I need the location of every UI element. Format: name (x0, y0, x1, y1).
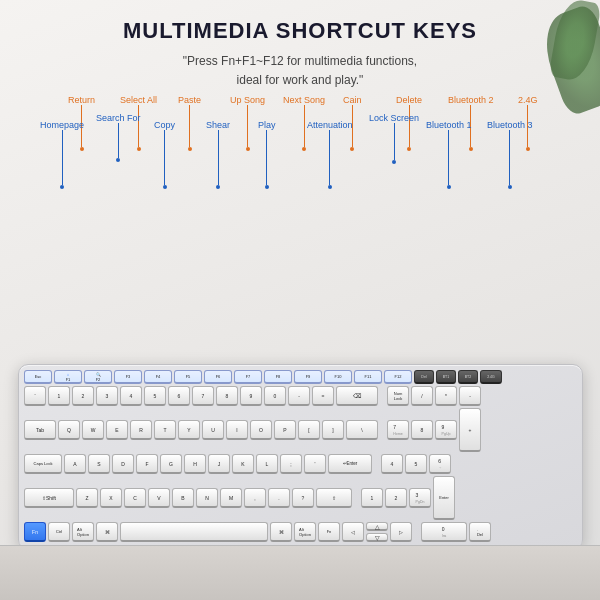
key-i[interactable]: I (226, 420, 248, 440)
key-v[interactable]: V (148, 488, 170, 508)
key-num-slash[interactable]: / (411, 386, 433, 406)
key-f5[interactable]: F5 (174, 370, 202, 384)
key-9[interactable]: 9 (240, 386, 262, 406)
key-8[interactable]: 8 (216, 386, 238, 406)
key-4[interactable]: 4 (120, 386, 142, 406)
key-q[interactable]: Q (58, 420, 80, 440)
key-6[interactable]: 6 (168, 386, 190, 406)
key-o[interactable]: O (250, 420, 272, 440)
key-ctrl[interactable]: Ctrl (48, 522, 70, 542)
key-b[interactable]: B (172, 488, 194, 508)
key-f11[interactable]: F11 (354, 370, 382, 384)
key-num9[interactable]: 9PgUp (435, 420, 457, 440)
key-num6[interactable]: 6→ (429, 454, 451, 474)
key-d[interactable]: D (112, 454, 134, 474)
key-num4[interactable]: 4 (381, 454, 403, 474)
key-0[interactable]: 0 (264, 386, 286, 406)
key-h[interactable]: H (184, 454, 206, 474)
key-semicolon[interactable]: ; (280, 454, 302, 474)
key-r[interactable]: R (130, 420, 152, 440)
key-fn[interactable]: Fn (24, 522, 46, 542)
key-arrow-right[interactable]: ▷ (390, 522, 412, 542)
key-num3[interactable]: 3PgDn (409, 488, 431, 508)
key-space[interactable] (120, 522, 268, 542)
key-num-del[interactable]: .Del (469, 522, 491, 542)
key-enter[interactable]: ↵Enter (328, 454, 372, 474)
key-rbracket[interactable]: ] (322, 420, 344, 440)
key-arrow-left[interactable]: ◁ (342, 522, 364, 542)
key-m[interactable]: M (220, 488, 242, 508)
key-f12[interactable]: F12 (384, 370, 412, 384)
key-e[interactable]: E (106, 420, 128, 440)
key-num-minus[interactable]: - (459, 386, 481, 406)
key-t[interactable]: T (154, 420, 176, 440)
key-num-enter[interactable]: Enter (433, 476, 455, 520)
key-c[interactable]: C (124, 488, 146, 508)
key-n[interactable]: N (196, 488, 218, 508)
key-f4[interactable]: F4 (144, 370, 172, 384)
key-j[interactable]: J (208, 454, 230, 474)
key-f9[interactable]: F9 (294, 370, 322, 384)
key-f6[interactable]: F6 (204, 370, 232, 384)
key-cmd-l[interactable]: ⌘ (96, 522, 118, 542)
key-f8[interactable]: F8 (264, 370, 292, 384)
key-g[interactable]: G (160, 454, 182, 474)
key-rshift[interactable]: ⇧ (316, 488, 352, 508)
key-equals[interactable]: = (312, 386, 334, 406)
key-num-plus[interactable]: + (459, 408, 481, 452)
key-f[interactable]: F (136, 454, 158, 474)
key-bt2[interactable]: BT2 (458, 370, 478, 384)
key-tab[interactable]: Tab (24, 420, 56, 440)
key-arrow-up[interactable]: △ (366, 522, 388, 531)
key-num7[interactable]: 7Home (387, 420, 409, 440)
key-num5[interactable]: 5 (405, 454, 427, 474)
key-del[interactable]: Del (414, 370, 434, 384)
key-f10[interactable]: F10 (324, 370, 352, 384)
key-24g[interactable]: 2.4G (480, 370, 502, 384)
key-a[interactable]: A (64, 454, 86, 474)
key-f7[interactable]: F7 (234, 370, 262, 384)
key-lbracket[interactable]: [ (298, 420, 320, 440)
key-f2[interactable]: 🔍F2 (84, 370, 112, 384)
key-7[interactable]: 7 (192, 386, 214, 406)
key-numlock[interactable]: NumLock (387, 386, 409, 406)
key-num0[interactable]: 0Ins (421, 522, 467, 542)
key-num-star[interactable]: * (435, 386, 457, 406)
key-lshift[interactable]: ⇧Shift (24, 488, 74, 508)
key-f3[interactable]: F3 (114, 370, 142, 384)
key-f1[interactable]: ⌂F1 (54, 370, 82, 384)
key-num8[interactable]: 8 (411, 420, 433, 440)
key-backtick[interactable]: ` (24, 386, 46, 406)
key-alt-r[interactable]: AltOption (294, 522, 316, 542)
key-arrow-down[interactable]: ▽ (366, 533, 388, 542)
key-p[interactable]: P (274, 420, 296, 440)
key-cmd-r[interactable]: ⌘ (270, 522, 292, 542)
key-1[interactable]: 1 (48, 386, 70, 406)
key-num1[interactable]: 1 (361, 488, 383, 508)
key-fn2[interactable]: Fn (318, 522, 340, 542)
key-minus[interactable]: - (288, 386, 310, 406)
key-comma[interactable]: , (244, 488, 266, 508)
bottom-row: Fn Ctrl AltOption ⌘ ⌘ AltOption Fn ◁ △ ▽… (24, 522, 577, 542)
key-x[interactable]: X (100, 488, 122, 508)
key-z[interactable]: Z (76, 488, 98, 508)
key-quote[interactable]: ' (304, 454, 326, 474)
key-num2[interactable]: 2 (385, 488, 407, 508)
key-y[interactable]: Y (178, 420, 200, 440)
key-3[interactable]: 3 (96, 386, 118, 406)
key-w[interactable]: W (82, 420, 104, 440)
key-5[interactable]: 5 (144, 386, 166, 406)
key-backslash[interactable]: \ (346, 420, 378, 440)
key-alt-l[interactable]: AltOption (72, 522, 94, 542)
key-2[interactable]: 2 (72, 386, 94, 406)
key-bt1[interactable]: BT1 (436, 370, 456, 384)
key-k[interactable]: K (232, 454, 254, 474)
key-esc[interactable]: Esc (24, 370, 52, 384)
key-l[interactable]: L (256, 454, 278, 474)
key-period[interactable]: . (268, 488, 290, 508)
key-capslock[interactable]: Caps Lock (24, 454, 62, 474)
key-u[interactable]: U (202, 420, 224, 440)
key-fwdslash[interactable]: ? (292, 488, 314, 508)
key-backspace[interactable]: ⌫ (336, 386, 378, 406)
key-s[interactable]: S (88, 454, 110, 474)
